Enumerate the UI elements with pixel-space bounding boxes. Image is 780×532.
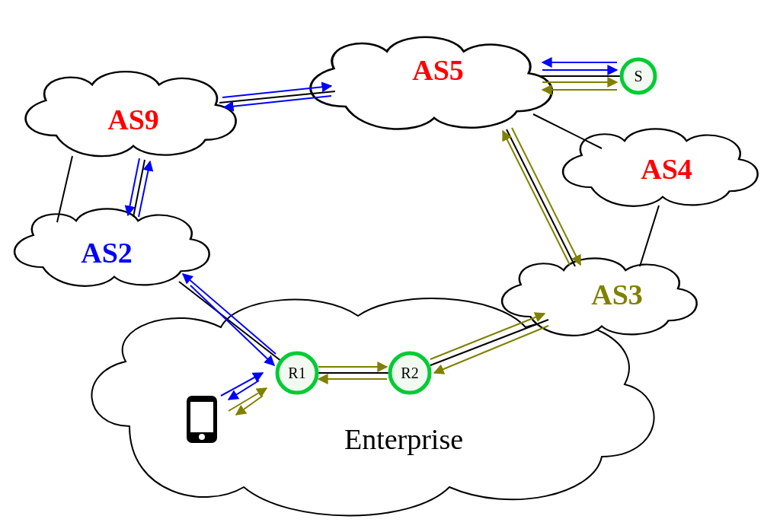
network-diagram: S R1 R2 AS9 AS2 AS5 AS4 AS3 Enterprise xyxy=(0,0,780,532)
svg-rect-34 xyxy=(190,402,213,432)
label-as5: AS5 xyxy=(412,54,464,86)
node-r2: R2 xyxy=(390,353,430,393)
label-as4: AS4 xyxy=(641,153,692,185)
label-enterprise: Enterprise xyxy=(344,423,463,455)
svg-line-6 xyxy=(507,129,575,266)
svg-line-5 xyxy=(533,114,602,148)
svg-point-35 xyxy=(199,434,205,440)
svg-line-27 xyxy=(512,128,580,265)
phone-icon xyxy=(187,396,217,443)
node-s: S xyxy=(622,59,655,93)
svg-line-13 xyxy=(128,158,139,215)
node-r1: R1 xyxy=(277,353,317,393)
svg-line-2 xyxy=(133,160,145,217)
label-as3: AS3 xyxy=(591,279,643,311)
node-r1-label: R1 xyxy=(288,365,305,381)
node-s-label: S xyxy=(634,68,642,84)
node-r2-label: R2 xyxy=(401,365,418,381)
label-as9: AS9 xyxy=(107,104,159,135)
svg-line-7 xyxy=(640,205,659,266)
svg-line-26 xyxy=(503,131,570,265)
svg-line-1 xyxy=(57,156,72,222)
svg-line-12 xyxy=(139,161,150,217)
label-as2: AS2 xyxy=(81,237,133,269)
